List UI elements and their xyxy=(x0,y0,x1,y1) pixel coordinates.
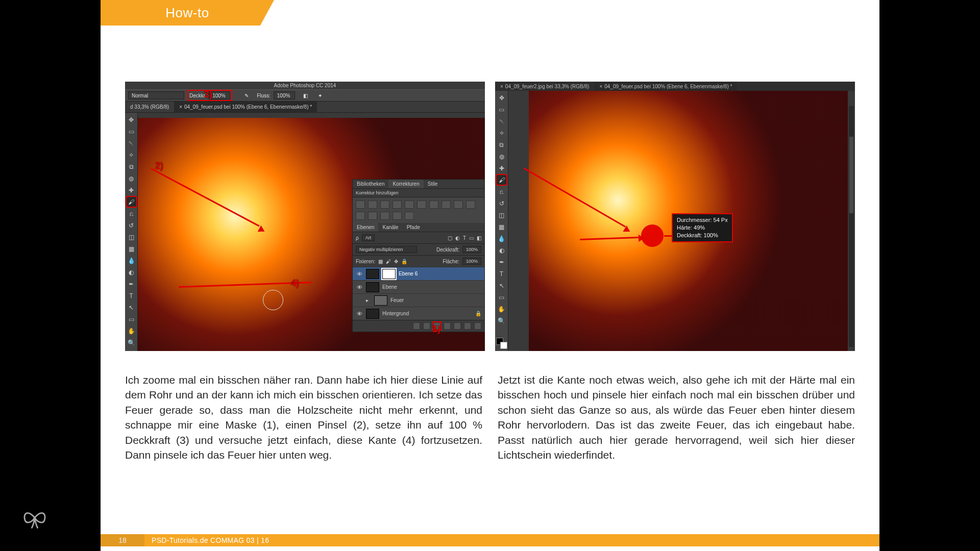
layer-thumb[interactable] xyxy=(366,282,379,292)
document-tab-bar[interactable]: × 04_09_feuer2.jpg bei 33,3% (RGB/8) × 0… xyxy=(495,82,855,91)
close-icon[interactable]: × xyxy=(500,84,503,89)
gradient-tool-icon[interactable]: ▦ xyxy=(497,222,506,232)
gradient-tool-icon[interactable]: ▦ xyxy=(127,244,136,254)
tab-adjustments[interactable]: Korrekturen xyxy=(388,180,423,188)
eyedropper-tool-icon[interactable]: ◍ xyxy=(127,173,136,183)
dodge-tool-icon[interactable]: ◐ xyxy=(497,245,506,255)
lasso-tool-icon[interactable]: ␡ xyxy=(127,138,136,148)
new-layer-icon[interactable] xyxy=(464,322,471,330)
adjustments-tabs[interactable]: Bibliotheken Korrekturen Stile xyxy=(353,180,484,188)
layer-blend-select[interactable]: Negativ multiplizieren xyxy=(356,246,417,253)
adj-selective-icon[interactable] xyxy=(405,212,414,220)
layer-row-hintergrund[interactable]: 👁 Hintergrund 🔒 xyxy=(353,307,484,320)
close-icon[interactable]: × xyxy=(599,84,602,89)
layer-name[interactable]: Ebene xyxy=(382,284,397,290)
pen-tool-icon[interactable]: ✒ xyxy=(497,257,506,267)
adj-levels-icon[interactable] xyxy=(368,201,377,209)
healing-tool-icon[interactable]: ✚ xyxy=(127,185,136,195)
wand-tool-icon[interactable]: ✧ xyxy=(497,128,506,138)
adjustments-icons[interactable] xyxy=(353,197,484,223)
visibility-icon[interactable]: 👁 xyxy=(356,270,363,278)
blur-tool-icon[interactable]: 💧 xyxy=(497,234,506,243)
lock-pos-icon[interactable]: ✥ xyxy=(394,259,398,264)
tablet-pressure-icon[interactable]: ◧ xyxy=(303,93,308,98)
new-group-icon[interactable] xyxy=(454,322,461,330)
brush-tool-icon[interactable]: 🖌 xyxy=(497,175,506,185)
folder-toggle-icon[interactable]: ▸ xyxy=(366,297,371,303)
tool-palette[interactable]: ✥ ▭ ␡ ✧ ⧉ ◍ ✚ 🖌 ⎌ ↺ ◫ ▦ 💧 ◐ ✒ T ↖ xyxy=(495,91,508,351)
filter-adj-icon[interactable]: ◐ xyxy=(455,235,460,241)
blend-mode-select[interactable]: Normal xyxy=(128,91,184,99)
adj-vibrance-icon[interactable] xyxy=(405,201,414,209)
flaeche-value[interactable]: 100% xyxy=(462,258,481,265)
hand-tool-icon[interactable]: ✋ xyxy=(497,304,506,314)
link-layers-icon[interactable] xyxy=(413,322,420,330)
tab-libraries[interactable]: Bibliotheken xyxy=(353,180,388,188)
shape-tool-icon[interactable]: ▭ xyxy=(127,314,136,324)
eraser-tool-icon[interactable]: ◫ xyxy=(497,210,506,220)
adj-exposure-icon[interactable] xyxy=(393,201,402,209)
lock-all-icon[interactable]: 🔒 xyxy=(401,259,407,264)
lock-trans-icon[interactable]: ▦ xyxy=(378,259,383,264)
adj-brightness-icon[interactable] xyxy=(356,201,365,209)
tool-palette[interactable]: ✥ ▭ ␡ ✧ ⧉ ◍ ✚ 🖌 ⎌ ↺ ◫ ▦ 💧 ◐ ✒ T ↖ xyxy=(125,113,138,351)
background-swatch[interactable] xyxy=(500,342,507,349)
eyedropper-tool-icon[interactable]: ◍ xyxy=(497,152,506,161)
layer-row-ebene6[interactable]: 👁 Ebene 6 xyxy=(353,267,484,280)
layer-row-ebene[interactable]: 👁 Ebene xyxy=(353,280,484,293)
folder-thumb[interactable] xyxy=(374,295,387,306)
path-tool-icon[interactable]: ↖ xyxy=(127,303,136,312)
marquee-tool-icon[interactable]: ▭ xyxy=(497,105,506,114)
adj-posterize-icon[interactable] xyxy=(368,212,377,220)
options-bar[interactable]: Normal Deckkr.: 100% ✎ Fluss: 100% ◧ ✦ xyxy=(125,89,485,102)
scrollbar[interactable] xyxy=(849,106,854,347)
adj-hue-icon[interactable] xyxy=(417,201,426,209)
tab-channels[interactable]: Kanäle xyxy=(378,223,402,232)
document-tab-1[interactable]: d 33,3% (RGB/8) xyxy=(125,102,174,112)
filter-pixel-icon[interactable]: ▢ xyxy=(448,235,452,241)
layers-blend-row[interactable]: Negativ multiplizieren Deckkraft: 100% xyxy=(353,243,484,255)
panels[interactable]: Bibliotheken Korrekturen Stile Korrektur… xyxy=(352,179,485,332)
adj-threshold-icon[interactable] xyxy=(380,212,389,220)
filter-type-icon[interactable]: T xyxy=(463,235,466,241)
hand-tool-icon[interactable]: ✋ xyxy=(127,326,136,336)
adj-channel-mixer-icon[interactable] xyxy=(454,201,463,209)
layer-mask-thumb[interactable] xyxy=(382,269,396,279)
tab-layers[interactable]: Ebenen xyxy=(353,223,378,232)
stamp-tool-icon[interactable]: ⎌ xyxy=(127,209,136,218)
document-tab-2[interactable]: × 04_09_feuer.psd bei 100% (Ebene 6, Ebe… xyxy=(174,102,317,112)
visibility-icon[interactable]: 👁 xyxy=(356,284,363,291)
zoom-tool-icon[interactable]: 🔍 xyxy=(127,338,136,347)
history-brush-tool-icon[interactable]: ↺ xyxy=(497,198,506,208)
delete-layer-icon[interactable] xyxy=(474,322,481,330)
layer-name[interactable]: Ebene 6 xyxy=(399,271,418,277)
canvas[interactable]: Durchmesser: 54 Px Härte: 49% Deckkraft:… xyxy=(508,91,855,351)
document-tab-bar[interactable]: d 33,3% (RGB/8) × 04_09_feuer.psd bei 10… xyxy=(125,102,485,113)
visibility-icon[interactable]: 👁 xyxy=(356,310,363,317)
zoom-tool-icon[interactable]: 🔍 xyxy=(497,316,506,325)
flow-value[interactable]: 100% xyxy=(274,91,295,99)
brush-settings-icon[interactable]: ✦ xyxy=(318,93,322,98)
history-brush-tool-icon[interactable]: ↺ xyxy=(127,220,136,230)
layer-name[interactable]: Feuer xyxy=(390,297,404,303)
path-tool-icon[interactable]: ↖ xyxy=(497,281,506,290)
crop-tool-icon[interactable]: ⧉ xyxy=(497,140,506,149)
crop-tool-icon[interactable]: ⧉ xyxy=(127,162,136,171)
layers-footer[interactable] xyxy=(353,320,484,332)
layer-row-feuer[interactable]: ▸ Feuer xyxy=(353,293,484,307)
filter-smart-icon[interactable]: ◧ xyxy=(477,235,481,241)
move-tool-icon[interactable]: ✥ xyxy=(127,115,136,124)
document-tab-1[interactable]: × 04_09_feuer2.jpg bei 33,3% (RGB/8) xyxy=(495,82,594,91)
adj-curves-icon[interactable] xyxy=(380,201,389,209)
canvas[interactable]: 2) 4) Bibliotheken Korrekturen Stile Kor… xyxy=(138,113,485,351)
shape-tool-icon[interactable]: ▭ xyxy=(497,292,506,302)
color-swatches[interactable] xyxy=(496,338,507,349)
layers-lock-row[interactable]: Fixieren: ▦ 🖌 ✥ 🔒 Fläche: 100% xyxy=(353,255,484,267)
pen-tool-icon[interactable]: ✒ xyxy=(127,279,136,289)
airbrush-icon[interactable]: ✎ xyxy=(244,93,249,98)
layers-tabs[interactable]: Ebenen Kanäle Pfade xyxy=(353,223,484,232)
tab-styles[interactable]: Stile xyxy=(424,180,442,188)
type-tool-icon[interactable]: T xyxy=(127,291,136,300)
brush-tool-icon[interactable]: 🖌 xyxy=(127,197,136,207)
kind-select[interactable]: Art xyxy=(362,234,375,241)
